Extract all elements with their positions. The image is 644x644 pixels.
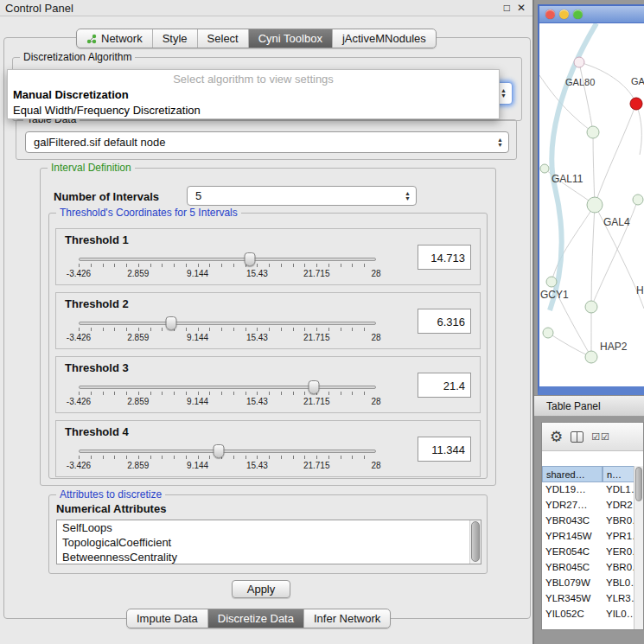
table-cell[interactable]: YPR145W bbox=[542, 529, 603, 545]
table-cell[interactable]: YER0… bbox=[603, 545, 635, 560]
list-item[interactable]: SelfLoops bbox=[57, 520, 481, 535]
threshold-4-label: Threshold 4 bbox=[65, 425, 129, 438]
table-cell[interactable]: YBR043C bbox=[542, 513, 603, 529]
network-window-titlebar[interactable] bbox=[539, 6, 644, 23]
slider-track[interactable] bbox=[79, 450, 376, 453]
table-cell[interactable]: YDR27… bbox=[542, 498, 603, 513]
table-cell[interactable]: YBR0… bbox=[603, 560, 635, 576]
tick-label: 2.859 bbox=[127, 333, 149, 342]
tab-impute-data[interactable]: Impute Data bbox=[127, 609, 208, 628]
network-canvas[interactable]: GAL80 GA GAL11 GAL4 GCY1 HAP2 H bbox=[539, 23, 644, 386]
network-node[interactable] bbox=[543, 328, 553, 338]
tab-infer-network[interactable]: Infer Network bbox=[304, 609, 390, 628]
tick-label: 9.144 bbox=[187, 333, 208, 342]
table-cell[interactable]: YLR345W bbox=[542, 591, 603, 607]
gear-icon[interactable]: ⚙ bbox=[550, 430, 563, 444]
control-panel-titlebar[interactable]: Control Panel □ ✕ bbox=[0, 0, 532, 16]
slider-track[interactable] bbox=[79, 386, 376, 389]
threshold-2-value-field[interactable]: 6.316 bbox=[418, 309, 471, 334]
list-scrollbar[interactable] bbox=[469, 520, 481, 564]
table-data-select[interactable]: galFiltered.sif default node ▲▼ bbox=[25, 131, 509, 153]
number-of-intervals-select[interactable]: 5 ▲▼ bbox=[187, 186, 417, 206]
threshold-1-value-field[interactable]: 14.713 bbox=[418, 245, 471, 270]
slider-track[interactable] bbox=[79, 258, 376, 261]
tick-label: 2.859 bbox=[127, 461, 149, 470]
table-scrollbar[interactable] bbox=[634, 466, 643, 629]
algorithm-option-equal-width[interactable]: Equal Width/Frequency Discretization bbox=[8, 103, 499, 118]
table-cell[interactable]: YIL052C bbox=[542, 607, 603, 622]
table-cell[interactable]: YER054C bbox=[542, 545, 603, 560]
float-window-icon[interactable]: □ bbox=[504, 2, 510, 14]
table-panel-toolbar: ⚙ ☑☑ bbox=[542, 423, 643, 451]
tick-label: -3.426 bbox=[67, 397, 91, 406]
close-traffic-light-icon[interactable] bbox=[545, 10, 555, 19]
tab-network[interactable]: Network bbox=[77, 29, 153, 48]
tab-select[interactable]: Select bbox=[198, 29, 249, 48]
list-item[interactable]: TopologicalCoefficient bbox=[57, 535, 481, 550]
table-panel-window: ⚙ ☑☑ shared… n… YDL19… YDL1… YDR27… YDR2… bbox=[541, 422, 644, 630]
table-cell[interactable]: YBR045C bbox=[542, 560, 603, 576]
threshold-2-slider-thumb[interactable] bbox=[165, 316, 176, 330]
threshold-2-slider[interactable]: -3.426 2.859 9.144 15.43 21.715 28 bbox=[79, 316, 376, 347]
table-cell[interactable]: YBL0… bbox=[603, 576, 635, 591]
table-cell[interactable]: YIL0… bbox=[603, 607, 635, 622]
threshold-1-panel: Threshold 1 -3.426 2.859 9.144 15.43 21.… bbox=[55, 228, 481, 285]
threshold-1-slider-thumb[interactable] bbox=[245, 252, 256, 266]
network-node[interactable] bbox=[587, 126, 599, 138]
tick-label: 15.43 bbox=[246, 269, 268, 278]
tick-label: 21.715 bbox=[303, 397, 330, 406]
network-node[interactable] bbox=[574, 57, 584, 67]
tick-label: 28 bbox=[371, 269, 380, 278]
tick-label: 9.144 bbox=[187, 461, 208, 470]
table-panel-title: Table Panel bbox=[546, 400, 601, 412]
network-node[interactable] bbox=[633, 194, 643, 205]
network-node[interactable] bbox=[585, 301, 597, 313]
scrollbar-thumb[interactable] bbox=[635, 467, 642, 501]
threshold-2-label: Threshold 2 bbox=[65, 297, 129, 310]
network-node[interactable] bbox=[546, 277, 557, 287]
table-cell[interactable]: YBR0… bbox=[603, 513, 635, 529]
apply-button[interactable]: Apply bbox=[232, 580, 290, 598]
tab-cyni-toolbox[interactable]: Cyni Toolbox bbox=[249, 29, 333, 48]
network-node[interactable] bbox=[540, 164, 549, 173]
table-cell[interactable]: YDL1… bbox=[603, 482, 635, 498]
tick-label: -3.426 bbox=[67, 269, 91, 278]
list-item[interactable]: BetweennessCentrality bbox=[57, 550, 481, 564]
table-cell[interactable]: YDR2… bbox=[603, 498, 635, 513]
interval-definition-group-title: Interval Definition bbox=[48, 162, 135, 174]
node-label: GCY1 bbox=[540, 289, 569, 301]
tick-label: 15.43 bbox=[246, 333, 268, 342]
threshold-1-slider[interactable]: -3.426 2.859 9.144 15.43 21.715 28 bbox=[79, 252, 376, 283]
algorithm-option-manual[interactable]: Manual Discretization bbox=[8, 87, 499, 103]
columns-icon[interactable] bbox=[571, 431, 583, 443]
tick-label: 15.43 bbox=[246, 461, 268, 470]
threshold-4-value-field[interactable]: 11.344 bbox=[418, 437, 471, 462]
select-columns-checks-icon[interactable]: ☑☑ bbox=[591, 431, 610, 443]
threshold-4-slider-thumb[interactable] bbox=[213, 444, 224, 458]
minimize-traffic-light-icon[interactable] bbox=[559, 10, 569, 19]
selected-network-node[interactable] bbox=[630, 98, 642, 110]
control-panel-window: Control Panel □ ✕ Network Style Select C… bbox=[0, 0, 534, 644]
threshold-3-slider[interactable]: -3.426 2.859 9.144 15.43 21.715 28 bbox=[79, 379, 376, 411]
network-node[interactable] bbox=[587, 197, 603, 213]
algorithm-placeholder-item[interactable]: Select algorithm to view settings bbox=[8, 70, 499, 87]
network-node[interactable] bbox=[585, 351, 597, 363]
column-header-shared-name[interactable]: shared… bbox=[542, 466, 603, 482]
slider-track[interactable] bbox=[79, 322, 376, 325]
threshold-4-slider[interactable]: -3.426 2.859 9.144 15.43 21.715 28 bbox=[79, 443, 376, 475]
threshold-3-slider-thumb[interactable] bbox=[308, 380, 319, 394]
table-cell[interactable]: YPR1… bbox=[603, 529, 635, 545]
tab-jactivemnodules[interactable]: jActiveMNodules bbox=[333, 29, 436, 48]
threshold-3-value-field[interactable]: 21.4 bbox=[418, 373, 471, 398]
zoom-traffic-light-icon[interactable] bbox=[573, 10, 583, 19]
close-window-icon[interactable]: ✕ bbox=[517, 2, 526, 14]
algorithm-dropdown-popup: Select algorithm to view settings Manual… bbox=[7, 69, 500, 119]
combo-arrows-icon: ▲▼ bbox=[405, 191, 411, 201]
tab-style[interactable]: Style bbox=[153, 29, 198, 48]
table-panel-titlebar[interactable]: Table Panel bbox=[534, 395, 644, 417]
table-cell[interactable]: YLR3… bbox=[603, 591, 635, 607]
tab-discretize-data[interactable]: Discretize Data bbox=[208, 609, 304, 628]
table-cell[interactable]: YDL19… bbox=[542, 482, 603, 498]
table-cell[interactable]: YBL079W bbox=[542, 576, 603, 591]
scrollbar-thumb[interactable] bbox=[471, 521, 480, 562]
